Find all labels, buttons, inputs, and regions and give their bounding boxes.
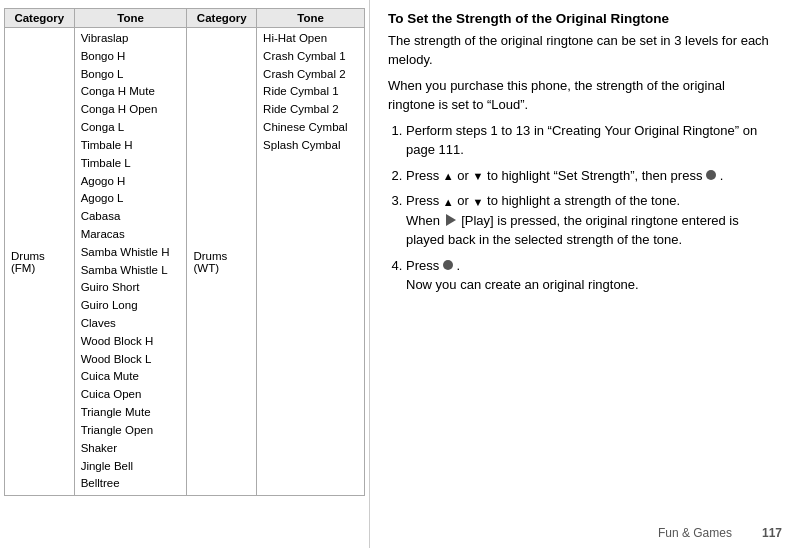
drums-wt-category: Drums(WT) (187, 28, 257, 496)
intro-paragraph-2: When you purchase this phone, the streng… (388, 76, 774, 115)
select-button-icon (706, 170, 716, 180)
col1-tone-header: Tone (74, 9, 187, 28)
col2-category-header: Category (187, 9, 257, 28)
drums-fm-category: Drums(FM) (5, 28, 75, 496)
step-3: Press ▲ or ▼ to highlight a strength of … (406, 191, 774, 250)
step-4-text-after: . (456, 258, 460, 273)
footer-bar: Fun & Games 117 (658, 526, 782, 540)
intro-paragraph-1: The strength of the original ringtone ca… (388, 31, 774, 70)
drums-fm-tones: Vibraslap Bongo H Bongo L Conga H Mute C… (74, 28, 187, 496)
footer-section: Fun & Games (658, 526, 732, 540)
play-icon (444, 213, 458, 227)
svg-marker-0 (446, 214, 456, 226)
step-2-text-mid: to highlight “Set Strength”, then press (487, 168, 706, 183)
step-2-text-after: . (720, 168, 724, 183)
select-button2-icon (443, 260, 453, 270)
drums-wt-tones: Hi-Hat Open Crash Cymbal 1 Crash Cymbal … (257, 28, 365, 496)
page-number: 117 (762, 526, 782, 540)
step-1: Perform steps 1 to 13 in “Creating Your … (406, 121, 774, 160)
step-2-text-or: or (457, 168, 472, 183)
col1-category-header: Category (5, 9, 75, 28)
down-arrow2-icon: ▼ (473, 194, 484, 211)
step-2: Press ▲ or ▼ to highlight “Set Strength”… (406, 166, 774, 186)
when-text: When (406, 213, 444, 228)
section-heading: To Set the Strength of the Original Ring… (388, 10, 774, 29)
step-3-text-or: or (457, 193, 472, 208)
right-panel: To Set the Strength of the Original Ring… (370, 0, 792, 548)
left-panel: Category Tone Category Tone Drums(FM) Vi… (0, 0, 370, 548)
step-2-text-before: Press (406, 168, 443, 183)
up-arrow-icon: ▲ (443, 168, 454, 185)
col2-tone-header: Tone (257, 9, 365, 28)
step-3-text-before: Press (406, 193, 443, 208)
down-arrow-icon: ▼ (473, 168, 484, 185)
step-4-note: Now you can create an original ringtone. (406, 277, 639, 292)
step-1-text: Perform steps 1 to 13 in “Creating Your … (406, 123, 757, 158)
drum-tones-table: Category Tone Category Tone Drums(FM) Vi… (4, 8, 365, 496)
step-3-text-after: to highlight a strength of the tone. (487, 193, 680, 208)
step-4: Press . Now you can create an original r… (406, 256, 774, 295)
up-arrow2-icon: ▲ (443, 194, 454, 211)
step-4-text-before: Press (406, 258, 443, 273)
steps-list: Perform steps 1 to 13 in “Creating Your … (406, 121, 774, 295)
